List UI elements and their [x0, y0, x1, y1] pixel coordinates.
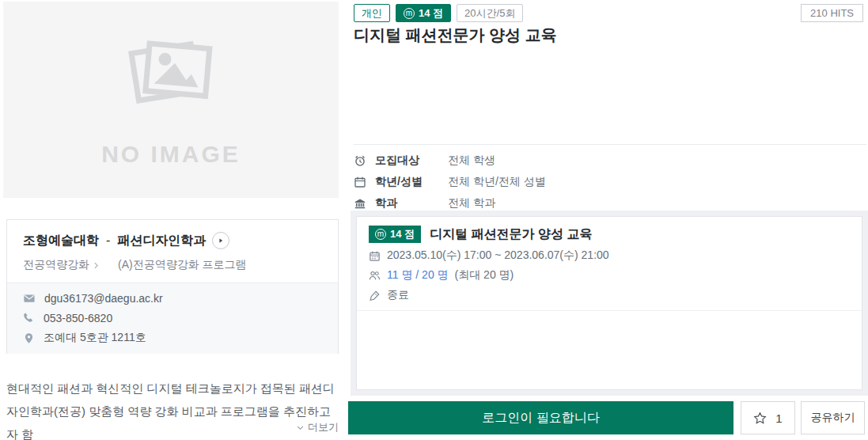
program-detail-page: NO IMAGE 개인 m 14 점 20시간/5회 210 HITS 디지털 … — [0, 0, 868, 440]
location-pin-icon — [23, 332, 35, 344]
session-capacity-row: 11 명 / 20 명 (최대 20 명) — [369, 268, 850, 283]
info-value: 전체 학과 — [448, 196, 495, 211]
people-icon — [369, 270, 381, 282]
info-row-target: 모집대상 전체 학생 — [354, 150, 546, 171]
favorite-button[interactable]: 1 — [741, 401, 795, 434]
session-card-info: m 14 점 디지털 패션전문가 양성 교육 2023.05.10(수) 17:… — [357, 217, 862, 311]
session-period: 2023.05.10(수) 17:00 ~ 2023.06.07(수) 21:0… — [387, 248, 609, 263]
contact-email: dgu36173@daegu.ac.kr — [44, 292, 163, 305]
session-points-label: 14 점 — [390, 227, 415, 241]
phone-icon — [23, 312, 35, 324]
contact-email-row: dgu36173@daegu.ac.kr — [23, 292, 322, 305]
info-row-grade-gender: 학년/성별 전체 학년/전체 성별 — [354, 171, 546, 192]
program-type-label: (A)전공역량강화 프로그램 — [118, 258, 247, 272]
session-status: 종료 — [387, 288, 409, 302]
program-category-label: 전공역량강화 — [23, 258, 89, 272]
mileage-icon: m — [375, 229, 386, 240]
department-name: 패션디자인학과 — [117, 233, 206, 249]
info-label: 학과 — [375, 196, 448, 211]
info-value: 전체 학생 — [448, 154, 495, 168]
mileage-icon: m — [404, 8, 415, 19]
capacity-current: 11 명 / 20 명 — [387, 268, 449, 283]
session-period-row: 2023.05.10(수) 17:00 ~ 2023.06.07(수) 21:0… — [369, 248, 850, 263]
session-title: 디지털 패션전문가 양성 교육 — [430, 226, 592, 243]
pen-icon — [369, 290, 381, 302]
more-link-label: 더보기 — [308, 420, 339, 434]
capacity-max: (최대 20 명) — [455, 268, 514, 283]
institution-icon — [354, 197, 368, 210]
hours-badge: 20시간/5회 — [457, 4, 523, 22]
contact-phone: 053-850-6820 — [44, 312, 112, 324]
session-card[interactable]: m 14 점 디지털 패션전문가 양성 교육 2023.05.10(수) 17:… — [356, 216, 862, 390]
program-thumbnail-placeholder: NO IMAGE — [3, 2, 339, 198]
login-required-button[interactable]: 로그인이 필요합니다 — [348, 401, 733, 434]
college-name: 조형예술대학 — [23, 233, 99, 249]
contact-phone-row: 053-850-6820 — [23, 312, 322, 324]
page-title: 디지털 패션전문가 양성 교육 — [354, 25, 557, 46]
info-label: 모집대상 — [375, 154, 448, 168]
play-button[interactable] — [212, 232, 229, 249]
star-icon — [753, 412, 767, 425]
department-card: 조형예술대학 - 패션디자인학과 전공역량강화 (A)전공역량강화 프로그램 — [6, 219, 339, 354]
header-divider — [354, 144, 866, 145]
contact-location-row: 조예대 5호관 1211호 — [23, 331, 322, 345]
chevron-right-icon — [92, 261, 100, 270]
hits-badge: 210 HITS — [801, 4, 863, 22]
points-badge: m 14 점 — [396, 4, 451, 22]
session-status-row: 종료 — [369, 288, 850, 302]
no-image-icon — [120, 32, 222, 120]
info-rows: 모집대상 전체 학생 학년/성별 전체 학년/전체 성별 학과 전체 학과 — [354, 150, 546, 214]
session-points-badge: m 14 점 — [369, 226, 421, 243]
calendar-icon — [369, 250, 381, 262]
favorite-count: 1 — [775, 412, 782, 425]
no-image-label: NO IMAGE — [101, 141, 241, 168]
badge-row: 개인 m 14 점 20시간/5회 — [354, 4, 523, 22]
more-row: 더보기 — [6, 420, 339, 434]
department-card-header: 조형예술대학 - 패션디자인학과 전공역량강화 (A)전공역량강화 프로그램 — [7, 220, 338, 283]
share-button[interactable]: 공유하기 — [801, 401, 865, 434]
session-card-empty-area — [357, 311, 862, 389]
contact-location: 조예대 5호관 1211호 — [44, 331, 146, 345]
points-badge-label: 14 점 — [419, 6, 443, 21]
session-panel: m 14 점 디지털 패션전문가 양성 교육 2023.05.10(수) 17:… — [351, 211, 868, 396]
mail-icon — [23, 292, 36, 305]
program-category: 전공역량강화 — [23, 258, 100, 272]
more-link[interactable]: 더보기 — [296, 420, 339, 434]
calendar-icon — [354, 176, 368, 188]
college-department-separator: - — [106, 233, 110, 248]
personal-badge: 개인 — [354, 4, 390, 22]
info-value: 전체 학년/전체 성별 — [448, 175, 546, 189]
contact-section: dgu36173@daegu.ac.kr 053-850-6820 조예대 5호… — [7, 283, 338, 354]
clock-icon — [354, 154, 368, 167]
info-label: 학년/성별 — [375, 175, 448, 189]
chevron-down-icon — [296, 423, 305, 432]
